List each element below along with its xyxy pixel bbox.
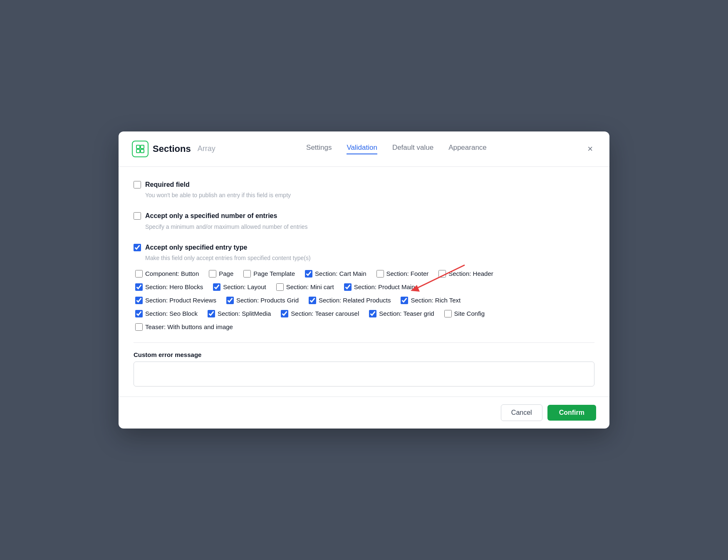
entry-type-cart-main: Section: Cart Main	[305, 269, 366, 278]
et-splitmedia-label[interactable]: Section: SplitMedia	[218, 310, 271, 317]
et-page-template-checkbox[interactable]	[243, 270, 251, 278]
et-teaser-buttons-label[interactable]: Teaser: With buttons and image	[145, 323, 233, 330]
accept-entries-checkbox[interactable]	[134, 212, 141, 220]
et-header-label[interactable]: Section: Header	[448, 270, 493, 277]
et-layout-label[interactable]: Section: Layout	[223, 283, 266, 290]
accept-entry-type-section: Accept only specified entry type Make th…	[134, 243, 594, 331]
entry-types-row-1: Component: Button Page Page Template	[135, 269, 594, 278]
custom-error-section: Custom error message	[134, 351, 594, 387]
sections-icon	[132, 141, 149, 157]
custom-error-label: Custom error message	[134, 351, 594, 358]
et-teaser-grid-checkbox[interactable]	[369, 310, 376, 317]
entry-types-row-4: Section: Seo Block Section: SplitMedia S…	[135, 309, 594, 317]
entry-type-header: Section: Header	[438, 269, 493, 278]
required-field-checkbox[interactable]	[134, 181, 141, 188]
et-cart-main-checkbox[interactable]	[305, 270, 312, 278]
et-header-checkbox[interactable]	[438, 270, 446, 278]
et-cart-main-label[interactable]: Section: Cart Main	[315, 270, 366, 277]
tab-bar: Settings Validation Default value Appear…	[215, 144, 577, 154]
entry-type-products-grid: Section: Products Grid	[226, 296, 299, 304]
tab-settings[interactable]: Settings	[306, 144, 332, 154]
et-rich-text-checkbox[interactable]	[401, 297, 408, 304]
et-teaser-grid-label[interactable]: Section: Teaser grid	[379, 310, 434, 317]
svg-rect-1	[141, 145, 144, 149]
modal-body: Required field You won't be able to publ…	[119, 167, 609, 396]
close-button[interactable]: ×	[584, 142, 596, 156]
tab-default-value[interactable]: Default value	[392, 144, 433, 154]
et-teaser-carousel-label[interactable]: Section: Teaser carousel	[291, 310, 359, 317]
section-divider	[134, 342, 594, 343]
et-splitmedia-checkbox[interactable]	[208, 310, 215, 317]
et-component-button-label[interactable]: Component: Button	[145, 270, 199, 277]
entry-type-footer: Section: Footer	[376, 269, 429, 278]
accept-entries-hint: Specify a minimum and/or maximum allowed…	[145, 223, 594, 231]
svg-rect-3	[141, 149, 144, 153]
modal-footer: Cancel Confirm	[119, 396, 609, 429]
et-mini-cart-checkbox[interactable]	[276, 283, 284, 291]
et-teaser-buttons-checkbox[interactable]	[135, 323, 143, 331]
et-products-grid-label[interactable]: Section: Products Grid	[236, 297, 299, 304]
et-products-grid-checkbox[interactable]	[226, 297, 234, 304]
et-related-products-checkbox[interactable]	[309, 297, 316, 304]
accept-entry-type-label[interactable]: Accept only specified entry type	[145, 243, 247, 252]
accept-entry-type-checkbox[interactable]	[134, 244, 141, 251]
entry-type-rich-text: Section: Rich Text	[401, 296, 461, 304]
et-related-products-label[interactable]: Section: Related Products	[319, 297, 391, 304]
entry-type-component-button: Component: Button	[135, 269, 199, 278]
et-product-reviews-checkbox[interactable]	[135, 297, 143, 304]
entry-type-product-reviews: Section: Product Reviews	[135, 296, 216, 304]
cancel-button[interactable]: Cancel	[501, 404, 542, 421]
required-field-section: Required field You won't be able to publ…	[134, 180, 594, 200]
entry-type-product-main: Section: Product Main	[344, 282, 415, 291]
entry-types-row-2: Section: Hero Blocks Section: Layout Sec…	[135, 282, 594, 291]
entry-type-mini-cart: Section: Mini cart	[276, 282, 334, 291]
svg-rect-0	[136, 145, 140, 149]
tab-validation[interactable]: Validation	[347, 144, 377, 154]
modal-title: Sections	[153, 144, 191, 154]
required-field-hint: You won't be able to publish an entry if…	[145, 191, 594, 200]
custom-error-input[interactable]	[134, 362, 594, 387]
et-teaser-carousel-checkbox[interactable]	[281, 310, 288, 317]
title-area: Sections Array	[132, 141, 215, 157]
modal-subtitle: Array	[198, 144, 215, 153]
tab-appearance[interactable]: Appearance	[448, 144, 487, 154]
modal-overlay: Sections Array Settings Validation Defau…	[0, 0, 728, 560]
entry-type-teaser-buttons: Teaser: With buttons and image	[135, 322, 233, 331]
modal-dialog: Sections Array Settings Validation Defau…	[119, 131, 609, 429]
et-page-template-label[interactable]: Page Template	[253, 270, 295, 277]
et-footer-label[interactable]: Section: Footer	[386, 270, 429, 277]
svg-rect-2	[136, 149, 140, 153]
required-field-label[interactable]: Required field	[145, 180, 190, 189]
accept-entry-type-hint: Make this field only accept entries from…	[145, 254, 594, 263]
entry-type-page: Page	[209, 269, 233, 278]
et-seo-block-checkbox[interactable]	[135, 310, 143, 317]
et-component-button-checkbox[interactable]	[135, 270, 143, 278]
accept-entries-section: Accept only a specified number of entrie…	[134, 211, 594, 231]
et-hero-blocks-label[interactable]: Section: Hero Blocks	[145, 283, 203, 290]
et-layout-checkbox[interactable]	[213, 283, 220, 291]
et-site-config-checkbox[interactable]	[444, 310, 452, 317]
entry-type-splitmedia: Section: SplitMedia	[208, 309, 271, 317]
entry-type-teaser-carousel: Section: Teaser carousel	[281, 309, 359, 317]
entry-type-teaser-grid: Section: Teaser grid	[369, 309, 434, 317]
entry-types-row-5: Teaser: With buttons and image	[135, 322, 594, 331]
et-product-reviews-label[interactable]: Section: Product Reviews	[145, 297, 216, 304]
et-rich-text-label[interactable]: Section: Rich Text	[411, 297, 461, 304]
entry-type-hero-blocks: Section: Hero Blocks	[135, 282, 203, 291]
entry-types-row-3: Section: Product Reviews Section: Produc…	[135, 296, 594, 304]
confirm-button[interactable]: Confirm	[547, 405, 596, 421]
modal-header: Sections Array Settings Validation Defau…	[119, 131, 609, 167]
et-footer-checkbox[interactable]	[376, 270, 384, 278]
et-mini-cart-label[interactable]: Section: Mini cart	[286, 283, 334, 290]
et-seo-block-label[interactable]: Section: Seo Block	[145, 310, 198, 317]
entry-type-related-products: Section: Related Products	[309, 296, 391, 304]
et-product-main-checkbox[interactable]	[344, 283, 352, 291]
et-hero-blocks-checkbox[interactable]	[135, 283, 143, 291]
et-product-main-label[interactable]: Section: Product Main	[354, 283, 415, 290]
accept-entries-label[interactable]: Accept only a specified number of entrie…	[145, 211, 277, 221]
entry-types-grid: Component: Button Page Page Template	[135, 269, 594, 331]
et-page-checkbox[interactable]	[209, 270, 216, 278]
et-page-label[interactable]: Page	[219, 270, 233, 277]
et-site-config-label[interactable]: Site Config	[454, 310, 485, 317]
entry-type-page-template: Page Template	[243, 269, 295, 278]
